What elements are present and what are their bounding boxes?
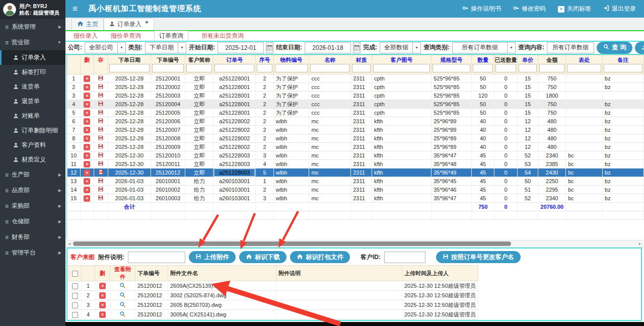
order-cell-14-12[interactable]: 35*96*46 <box>432 186 472 194</box>
order-cell-8-10[interactable]: 2311 <box>351 134 372 143</box>
order-cell-12-4[interactable]: 25120012 <box>151 169 185 177</box>
order-cell-15-4[interactable]: 26010003 <box>151 194 185 203</box>
order-row-2[interactable]: 2✕2025-12-2825120002立即a2512280012为了保护ccc… <box>67 83 644 92</box>
order-cell-6-11[interactable]: kfth <box>372 117 432 126</box>
order-cell-2-5[interactable]: 立即 <box>185 83 213 92</box>
order-cell-1-18[interactable]: bz <box>603 74 644 83</box>
order-cell-8-13[interactable]: 40 <box>471 134 494 143</box>
sidebar-item-4[interactable]: ≡采购部▶ <box>0 198 65 214</box>
order-cell-7-11[interactable]: kfth <box>372 126 432 134</box>
order-cell-15-18[interactable]: bz <box>603 194 644 203</box>
order-cell-4-18[interactable]: bz <box>603 100 644 109</box>
order-cell-10-12[interactable]: 35*96*47 <box>432 151 472 160</box>
orders-col-header-16[interactable]: 金额 <box>538 55 566 74</box>
order-cell-11-6[interactable]: a251228003 <box>213 160 256 169</box>
order-cell-2-14[interactable]: 0 <box>494 83 517 92</box>
order-cell-10-13[interactable]: 45 <box>471 151 494 160</box>
order-cell-12-14[interactable]: 0 <box>494 169 517 177</box>
order-cell-15-5[interactable]: 给力 <box>185 194 213 203</box>
order-cell-5-5[interactable]: 立即 <box>185 109 213 117</box>
order-cell-4-9[interactable]: ccc <box>309 100 351 109</box>
sidebar-item-5[interactable]: ≡仓储部▶ <box>0 214 65 229</box>
order-cell-1-3[interactable]: 2025-12-28 <box>108 74 151 83</box>
order-cell-13-7[interactable]: 1 <box>256 177 274 186</box>
order-cell-1-14[interactable]: 0 <box>494 74 517 83</box>
order-cell-4-6[interactable]: a251228001 <box>213 100 256 109</box>
order-cell-1-4[interactable]: 25120001 <box>151 74 185 83</box>
order-cell-9-6[interactable]: a251228002 <box>213 143 256 151</box>
orders-col-filter-16[interactable] <box>539 64 564 72</box>
start-date-input[interactable] <box>218 42 264 53</box>
order-row-11[interactable]: 11✕2025-12-3025120011立即a2512280034wlbhmc… <box>67 160 644 169</box>
orders-col-filter-17[interactable] <box>567 64 601 72</box>
order-cell-3-12[interactable]: 525*96*85 <box>432 92 472 100</box>
order-cell-1-16[interactable]: 750 <box>538 74 566 83</box>
orders-col-filter-18[interactable] <box>604 64 642 72</box>
order-cell-13-9[interactable]: mc <box>309 177 351 186</box>
rename-by-order-button[interactable]: 按照订单号更改客户名 <box>436 251 521 263</box>
save-row-icon[interactable] <box>98 160 104 167</box>
orders-col-header-17[interactable]: 表处 <box>566 55 603 74</box>
order-row-5[interactable]: 5✕2025-12-2825120005立即a2512280012为了保护ccc… <box>67 109 644 117</box>
attachment-row-3[interactable]: 3✕251200122605 B(250703).dwg2025-12-30 1… <box>69 300 478 310</box>
top-action-0[interactable]: 操作说明书 <box>462 5 501 13</box>
order-cell-8-15[interactable]: 12 <box>517 134 538 143</box>
company-select[interactable]: 全部公司▼ <box>85 42 126 53</box>
order-cell-8-5[interactable]: 立即 <box>185 134 213 143</box>
orders-col-filter-6[interactable] <box>214 64 254 72</box>
view-attachment-icon[interactable] <box>119 282 126 289</box>
save-row-icon[interactable] <box>98 143 104 149</box>
order-cell-5-3[interactable]: 2025-12-28 <box>108 109 151 117</box>
orders-col-header-15[interactable]: 单价 <box>517 55 538 74</box>
delete-row-icon[interactable]: ✕ <box>84 170 90 176</box>
focused-cell[interactable]: a251228003 <box>214 169 255 177</box>
order-cell-3-8[interactable]: 为了保护 <box>273 92 309 100</box>
order-cell-3-17[interactable] <box>566 92 603 100</box>
order-cell-2-17[interactable] <box>566 83 603 92</box>
sidebar-item-1[interactable]: ≡营业部▼ <box>0 35 65 50</box>
orders-col-header-10[interactable]: 材质 <box>351 55 372 74</box>
calendar-icon[interactable] <box>266 42 273 53</box>
order-cell-11-11[interactable]: kfth <box>372 160 432 169</box>
order-cell-3-4[interactable]: 25120003 <box>151 92 185 100</box>
order-cell-7-8[interactable]: wlbh <box>273 126 309 134</box>
order-cell-4-16[interactable]: 750 <box>538 100 566 109</box>
order-cell-11-10[interactable]: 2311 <box>351 160 372 169</box>
upload-attachment-button[interactable]: 上传附件 <box>189 251 236 263</box>
delete-row-icon[interactable]: ✕ <box>84 127 90 133</box>
orders-col-header-13[interactable]: 数量 <box>471 55 494 74</box>
order-cell-9-4[interactable]: 25120009 <box>151 143 185 151</box>
order-cell-11-17[interactable]: bc <box>566 160 603 169</box>
order-cell-12-15[interactable]: 54 <box>517 169 538 177</box>
order-cell-10-18[interactable]: bz <box>603 151 644 160</box>
save-row-icon[interactable] <box>98 186 104 192</box>
view-attachment-icon[interactable] <box>119 292 126 298</box>
order-cell-5-9[interactable]: ccc <box>309 109 351 117</box>
order-cell-3-16[interactable]: 1800 <box>538 92 566 100</box>
order-cell-10-7[interactable]: 3 <box>256 151 274 160</box>
order-cell-8-17[interactable] <box>566 134 603 143</box>
order-cell-6-15[interactable]: 12 <box>517 117 538 126</box>
order-cell-15-15[interactable]: 52 <box>517 194 538 203</box>
scrollbar-thumb[interactable] <box>73 241 511 246</box>
order-cell-11-15[interactable]: 53 <box>517 160 538 169</box>
delete-row-icon[interactable]: ✕ <box>84 75 90 82</box>
delete-attachment-icon[interactable]: ✕ <box>99 283 106 289</box>
order-cell-2-11[interactable]: cpth <box>372 83 432 92</box>
order-cell-14-9[interactable]: mc <box>309 186 351 194</box>
order-cell-7-9[interactable]: mc <box>309 126 351 134</box>
order-cell-7-17[interactable] <box>566 126 603 134</box>
order-cell-5-16[interactable]: 750 <box>538 109 566 117</box>
save-row-icon[interactable] <box>98 135 104 141</box>
order-cell-9-15[interactable]: 12 <box>517 143 538 151</box>
order-cell-9-3[interactable]: 2025-12-28 <box>108 143 151 151</box>
order-row-6[interactable]: 6✕2025-12-2825120006立即a2512280022wlbhmc2… <box>67 117 644 126</box>
subtab-quote-query[interactable]: 报价单查询 <box>111 32 141 40</box>
order-cell-10-17[interactable]: bc <box>566 151 603 160</box>
order-cell-12-11[interactable]: kfth <box>372 169 432 177</box>
order-row-12[interactable]: 12✕2025-12-3025120012立即a2512280035wlbhmc… <box>67 169 644 177</box>
query-type-select[interactable]: 所有订单数据▼ <box>452 42 516 53</box>
order-cell-15-17[interactable]: bc <box>566 194 603 203</box>
orders-col-header-6[interactable]: 订单号 <box>213 55 256 74</box>
order-row-9[interactable]: 9✕2025-12-2825120009立即a2512280022wlbhmc2… <box>67 143 644 151</box>
